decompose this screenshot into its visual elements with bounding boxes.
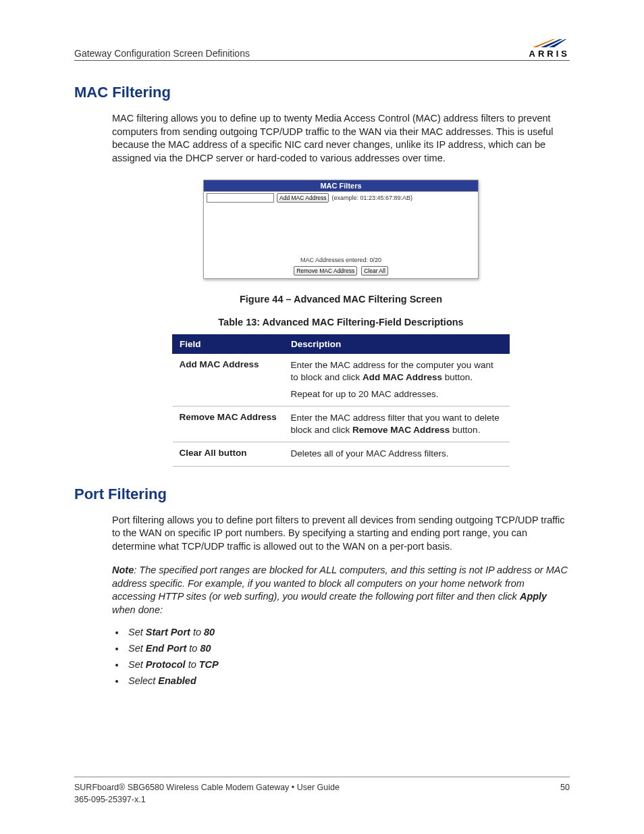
table-desc-cell: Enter the MAC address for the computer y… [284, 354, 510, 407]
mac-filters-title: MAC Filters [204, 180, 478, 192]
arris-logo: ARRIS [529, 39, 570, 59]
mac-address-input[interactable] [207, 193, 274, 203]
field-description-table: Field Description Add MAC Address Enter … [172, 334, 510, 466]
table-field-cell: Remove MAC Address [173, 406, 284, 442]
table-header-field: Field [173, 335, 284, 354]
table-row: Remove MAC Address Enter the MAC address… [173, 406, 510, 442]
figure-mac-filters: MAC Filters Add MAC Address (example: 01… [112, 180, 570, 279]
table-desc-cell: Deletes all of your MAC Address filters. [284, 442, 510, 466]
footer-doc-id: 365-095-25397-x.1 [74, 795, 570, 804]
mac-example-text: (example: 01:23:45:67:89:AB) [331, 194, 412, 201]
port-filtering-paragraph: Port filtering allows you to define port… [112, 514, 570, 554]
mac-filters-panel: MAC Filters Add MAC Address (example: 01… [203, 180, 479, 279]
add-mac-address-button[interactable]: Add MAC Address [277, 193, 329, 203]
port-filtering-note: Note: The specified port ranges are bloc… [112, 564, 570, 617]
mac-list-area [204, 204, 478, 255]
figure-caption: Figure 44 – Advanced MAC Filtering Scree… [112, 294, 570, 305]
port-filter-bullets: Set Start Port to 80 Set End Port to 80 … [126, 627, 570, 686]
remove-mac-address-button[interactable]: Remove MAC Address [294, 266, 357, 276]
list-item: Select Enabled [126, 675, 570, 686]
arris-logo-text: ARRIS [529, 49, 570, 59]
table-row: Clear All button Deletes all of your MAC… [173, 442, 510, 466]
list-item: Set End Port to 80 [126, 643, 570, 654]
table-field-cell: Add MAC Address [173, 354, 284, 407]
table-desc-cell: Enter the MAC address filter that you wa… [284, 406, 510, 442]
page-header: Gateway Configuration Screen Definitions… [74, 39, 570, 61]
table-header-description: Description [284, 335, 510, 354]
list-item: Set Start Port to 80 [126, 627, 570, 637]
table-row: Add MAC Address Enter the MAC address fo… [173, 354, 510, 407]
table-caption: Table 13: Advanced MAC Filtering-Field D… [112, 317, 570, 328]
heading-port-filtering: Port Filtering [74, 486, 570, 503]
mac-status-text: MAC Addresses entered: 0/20 [204, 255, 478, 266]
heading-mac-filtering: MAC Filtering [74, 84, 570, 101]
table-field-cell: Clear All button [173, 442, 284, 466]
page-footer: SURFboard® SBG6580 Wireless Cable Modem … [74, 777, 570, 804]
clear-all-button[interactable]: Clear All [361, 266, 388, 276]
arris-logo-icon [533, 39, 566, 47]
list-item: Set Protocol to TCP [126, 659, 570, 670]
footer-product-line: SURFboard® SBG6580 Wireless Cable Modem … [74, 783, 340, 792]
breadcrumb: Gateway Configuration Screen Definitions [74, 48, 250, 59]
mac-filtering-paragraph: MAC filtering allows you to define up to… [112, 112, 570, 165]
page-number: 50 [560, 783, 570, 792]
